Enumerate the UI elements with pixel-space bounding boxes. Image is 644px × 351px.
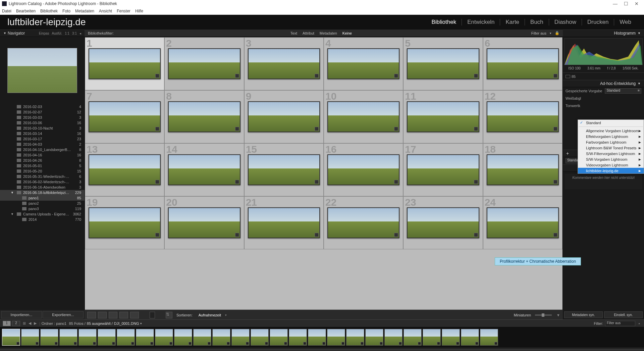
thumbnail-image[interactable] bbox=[407, 207, 479, 238]
folder-row[interactable]: 2016-02-034 bbox=[0, 104, 85, 109]
secondary-display-1[interactable]: 1 bbox=[3, 321, 11, 326]
thumbnail-image[interactable] bbox=[487, 101, 559, 132]
compare-view-button[interactable] bbox=[109, 312, 117, 318]
thumbnail-image[interactable] bbox=[89, 154, 161, 185]
folder-row[interactable]: ▼Camera Uploads - EigeneDateien...3062 bbox=[0, 211, 85, 217]
sync-metadata-button[interactable]: Metadaten syn. bbox=[564, 311, 603, 318]
grid-cell[interactable]: 6 bbox=[483, 37, 562, 90]
grid-cell[interactable]: 5 bbox=[403, 37, 483, 90]
people-view-button[interactable] bbox=[130, 312, 139, 318]
filmstrip-thumb[interactable] bbox=[251, 329, 269, 346]
thumbnail-image[interactable] bbox=[168, 207, 240, 238]
filmstrip-thumb[interactable] bbox=[327, 329, 345, 346]
filmstrip-thumb[interactable] bbox=[346, 329, 364, 346]
preset-menu-item[interactable]: lichtbilder-leipzig.de▶ bbox=[578, 168, 644, 173]
module-buch[interactable]: Buch bbox=[525, 19, 549, 26]
module-bibliothek[interactable]: Bibliothek bbox=[426, 19, 462, 26]
grid-cell[interactable]: 10 bbox=[324, 90, 403, 143]
nav-3to1[interactable]: 3:1 bbox=[72, 32, 77, 35]
histogram-display[interactable] bbox=[564, 38, 643, 65]
grid-cell[interactable]: 21 bbox=[244, 196, 324, 249]
filter-text[interactable]: Text bbox=[290, 31, 297, 35]
thumbnail-image[interactable] bbox=[407, 154, 479, 185]
menu-bibliothek[interactable]: Bibliothek bbox=[40, 9, 58, 13]
chevron-down-icon[interactable]: ▼ bbox=[556, 313, 560, 317]
nav-fill[interactable]: Ausfül. bbox=[52, 32, 62, 35]
module-entwickeln[interactable]: Entwickeln bbox=[462, 19, 500, 26]
folder-row[interactable]: 2016-05-31-Wiederitzsch-Gew...6 bbox=[0, 174, 85, 179]
filmstrip-scrollbar[interactable] bbox=[0, 348, 644, 351]
folder-row[interactable]: 2016-04-10_LandsbergerBrücke8 bbox=[0, 147, 85, 152]
grid-cell[interactable]: 20 bbox=[164, 196, 244, 249]
filmstrip-thumb[interactable] bbox=[384, 329, 402, 346]
filmstrip-thumb[interactable] bbox=[404, 329, 422, 346]
sort-value[interactable]: Aufnahmezeit bbox=[199, 313, 221, 317]
chevron-down-icon[interactable]: ▾ bbox=[140, 322, 142, 325]
thumbnail-image[interactable] bbox=[487, 207, 559, 238]
painter-tool[interactable] bbox=[150, 312, 155, 318]
folder-row[interactable]: pano3119 bbox=[0, 206, 85, 211]
thumbnail-image[interactable] bbox=[248, 154, 320, 185]
export-button[interactable]: Exportieren... bbox=[43, 311, 84, 318]
filmstrip-thumb[interactable] bbox=[136, 329, 154, 346]
thumbnail-image[interactable] bbox=[248, 48, 320, 79]
filmstrip-thumb[interactable] bbox=[59, 329, 77, 346]
thumbnail-image[interactable] bbox=[168, 48, 240, 79]
grid-cell[interactable]: 4 bbox=[324, 37, 403, 90]
status-filter-dropdown[interactable]: Filter aus bbox=[605, 321, 635, 326]
thumbnail-image[interactable] bbox=[407, 48, 479, 79]
prev-photo-icon[interactable]: ◀ bbox=[29, 321, 31, 325]
thumbnail-image[interactable] bbox=[89, 101, 161, 132]
grid-cell[interactable]: 17 bbox=[403, 143, 483, 196]
nav-fit[interactable]: Einpas bbox=[39, 32, 49, 35]
adhoc-header[interactable]: Ad-hoc-Entwicklung▼ bbox=[563, 80, 644, 87]
thumbnail-image[interactable] bbox=[327, 154, 399, 185]
grid-cell[interactable]: 23 bbox=[403, 196, 483, 249]
filmstrip-thumb[interactable] bbox=[78, 329, 97, 346]
folder-row[interactable]: 2016-03-1416 bbox=[0, 131, 85, 136]
sync-settings-button[interactable]: Einstell. syn. bbox=[604, 311, 643, 318]
filmstrip[interactable] bbox=[0, 327, 644, 348]
preset-menu-item[interactable]: Videovorgaben Lightroom▶ bbox=[578, 162, 644, 168]
preset-menu-item[interactable]: Effektvorgaben Lightroom▶ bbox=[578, 134, 644, 139]
secondary-display-2[interactable]: 2 bbox=[12, 321, 20, 326]
thumbnail-image[interactable] bbox=[248, 207, 320, 238]
thumbnail-image[interactable] bbox=[327, 101, 399, 132]
grid-cell[interactable]: 8 bbox=[164, 90, 244, 143]
thumbnail-image[interactable] bbox=[248, 101, 320, 132]
filmstrip-thumb[interactable] bbox=[231, 329, 250, 346]
grid-cell[interactable]: 24 bbox=[483, 196, 562, 249]
filter-off[interactable]: Filter aus bbox=[531, 31, 546, 35]
preset-menu-item[interactable]: Allgemeine Vorgaben Lightroom▶ bbox=[578, 128, 644, 134]
histogram-header[interactable]: Histogramm▼ bbox=[563, 30, 644, 37]
filmstrip-thumb[interactable] bbox=[423, 329, 441, 346]
grid-cell[interactable]: 22 bbox=[324, 196, 403, 249]
folder-row[interactable]: 2016-04-1616 bbox=[0, 152, 85, 158]
close-button[interactable]: ✕ bbox=[631, 1, 642, 6]
grid-cell[interactable]: 19 bbox=[85, 196, 164, 249]
folder-row[interactable]: 2016-03-10-Nacht3 bbox=[0, 126, 85, 131]
lock-icon[interactable]: 🔒 bbox=[555, 31, 559, 35]
filter-none[interactable]: Keine bbox=[342, 31, 352, 35]
thumbnail-image[interactable] bbox=[89, 48, 161, 79]
grid-cell[interactable]: 11 bbox=[403, 90, 483, 143]
navigator-preview[interactable] bbox=[0, 37, 85, 104]
grid-cell[interactable]: 12 bbox=[483, 90, 562, 143]
filmstrip-thumb[interactable] bbox=[442, 329, 460, 346]
folder-row[interactable]: 2016-05-2015 bbox=[0, 168, 85, 174]
sort-direction-button[interactable]: ⇅ bbox=[166, 312, 172, 318]
filmstrip-thumb[interactable] bbox=[117, 329, 135, 346]
folder-row[interactable]: 2016-03-033 bbox=[0, 115, 85, 120]
folder-row[interactable]: pano225 bbox=[0, 201, 85, 206]
folder-row[interactable]: 2014770 bbox=[0, 217, 85, 222]
grid-cell[interactable]: 16 bbox=[324, 143, 403, 196]
module-diashow[interactable]: Diashow bbox=[549, 19, 582, 26]
filmstrip-thumb[interactable] bbox=[461, 329, 479, 346]
thumbnail-image[interactable] bbox=[487, 154, 559, 185]
folder-row[interactable]: 2016-03-1723 bbox=[0, 136, 85, 142]
thumbnail-image[interactable] bbox=[327, 207, 399, 238]
grid-cell[interactable]: 18 bbox=[483, 143, 562, 196]
folder-row[interactable]: 2016-04-268 bbox=[0, 158, 85, 163]
menu-datei[interactable]: Datei bbox=[2, 9, 11, 13]
thumbnail-grid[interactable]: 123456789101112131415161718192021222324 bbox=[85, 37, 563, 310]
